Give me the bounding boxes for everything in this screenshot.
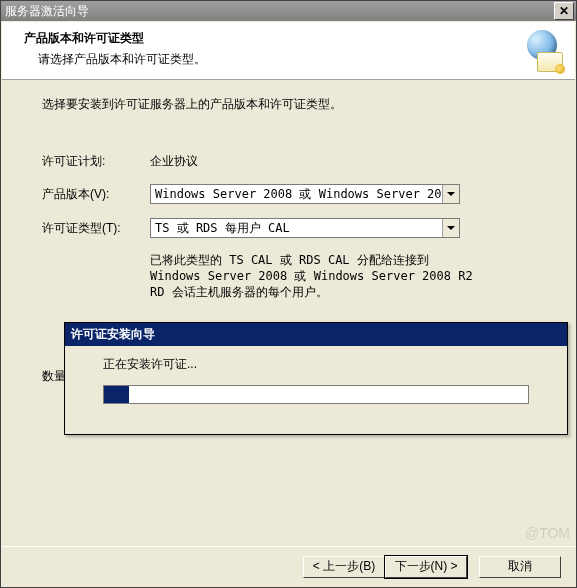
- value-plan: 企业协议: [150, 153, 547, 170]
- instruction-text: 选择要安装到许可证服务器上的产品版本和许可证类型。: [42, 96, 547, 113]
- header-pane: 产品版本和许可证类型 请选择产品版本和许可证类型。: [2, 22, 575, 80]
- certificate-icon: [537, 52, 563, 72]
- close-button[interactable]: ✕: [554, 2, 574, 20]
- footer: < 上一步(B) 下一步(N) > 取消: [2, 546, 575, 586]
- select-product-version-text: Windows Server 2008 或 Windows Server 200…: [155, 186, 442, 203]
- window-title: 服务器激活向导: [5, 3, 554, 20]
- progress-bar: [103, 385, 529, 404]
- chevron-down-icon: [442, 185, 459, 203]
- progress-dialog-body: 正在安装许可证...: [65, 346, 567, 434]
- cal-description: 已将此类型的 TS CAL 或 RDS CAL 分配给连接到 Windows S…: [150, 252, 480, 301]
- select-license-type[interactable]: TS 或 RDS 每用户 CAL: [150, 218, 460, 238]
- progress-bar-fill: [104, 386, 129, 403]
- header-icon: [519, 30, 563, 74]
- cancel-button[interactable]: 取消: [479, 556, 561, 578]
- wizard-window: 服务器激活向导 ✕ 产品版本和许可证类型 请选择产品版本和许可证类型。 选择要安…: [0, 0, 577, 588]
- wizard-body: 产品版本和许可证类型 请选择产品版本和许可证类型。 选择要安装到许可证服务器上的…: [2, 22, 575, 545]
- progress-status-text: 正在安装许可证...: [103, 356, 529, 373]
- titlebar: 服务器激活向导 ✕: [1, 1, 576, 21]
- header-subtitle: 请选择产品版本和许可证类型。: [38, 51, 559, 68]
- select-product-version[interactable]: Windows Server 2008 或 Windows Server 200…: [150, 184, 460, 204]
- label-plan: 许可证计划:: [42, 153, 150, 170]
- row-plan: 许可证计划: 企业协议: [42, 153, 547, 170]
- row-license-type: 许可证类型(T): TS 或 RDS 每用户 CAL: [42, 218, 547, 238]
- nav-button-group: < 上一步(B) 下一步(N) >: [303, 556, 467, 578]
- next-button[interactable]: 下一步(N) >: [385, 556, 467, 578]
- label-version: 产品版本(V):: [42, 186, 150, 203]
- chevron-down-icon: [442, 219, 459, 237]
- progress-dialog: 许可证安装向导 正在安装许可证...: [64, 322, 568, 435]
- progress-dialog-title: 许可证安装向导: [65, 323, 567, 346]
- back-button[interactable]: < 上一步(B): [303, 556, 385, 578]
- label-license-type: 许可证类型(T):: [42, 220, 150, 237]
- content-area: 选择要安装到许可证服务器上的产品版本和许可证类型。 许可证计划: 企业协议 产品…: [2, 80, 575, 301]
- row-version: 产品版本(V): Windows Server 2008 或 Windows S…: [42, 184, 547, 204]
- header-title: 产品版本和许可证类型: [24, 30, 559, 47]
- select-license-type-text: TS 或 RDS 每用户 CAL: [155, 220, 442, 237]
- close-icon: ✕: [559, 5, 569, 17]
